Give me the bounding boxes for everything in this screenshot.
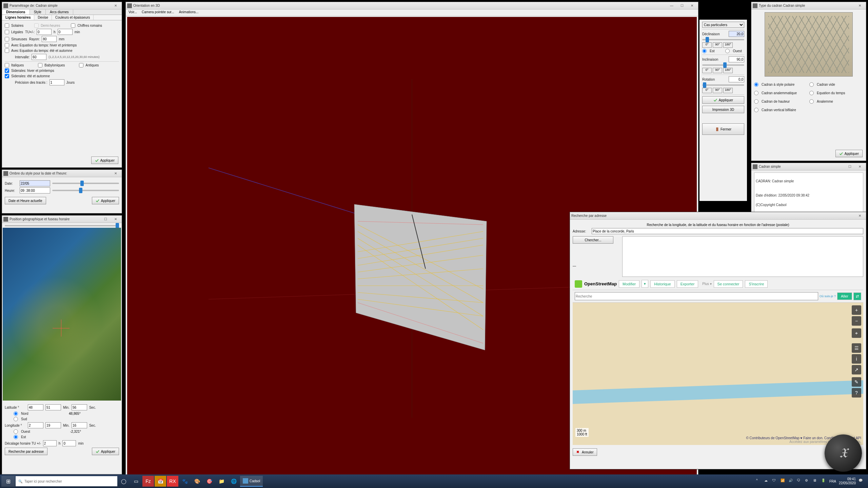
input-lon-deg[interactable] [28,422,43,428]
apply-button[interactable]: Appliquer [92,448,119,455]
radio-analemme[interactable] [809,99,814,104]
app-icon-6[interactable]: 🎯 [203,476,215,487]
btn-180b[interactable]: 180° [723,68,733,73]
close-button[interactable]: ✕ [855,213,865,219]
chk-legales[interactable] [5,30,9,34]
chk-antiques[interactable] [79,63,83,67]
chk-italiques[interactable] [5,63,9,67]
btn-0b[interactable]: 0° [702,68,712,73]
tab-arcs[interactable]: Arcs diurnes [46,9,73,15]
titlebar-param[interactable]: Paramétrage de: Cadran simple ✕ [2,2,122,9]
titlebar-3d[interactable]: Orientation en 3D — ☐ ✕ [126,2,698,9]
now-button[interactable]: Date et Heure actuelle [5,197,46,204]
notes-button[interactable]: ✎ [852,377,861,387]
btn-180[interactable]: 180° [723,42,733,48]
zoom-in-button[interactable]: + [852,305,861,315]
apply-button[interactable]: Appliquer [91,157,118,164]
key-button[interactable]: i [852,354,861,364]
input-rot[interactable] [729,76,744,82]
input-date[interactable] [20,180,50,186]
radio-ouest[interactable] [14,429,18,434]
tray-icon[interactable]: 🔊 [789,479,794,484]
close-button[interactable]: ✕ [855,164,865,170]
share-button[interactable]: ↗ [852,365,861,374]
locate-button[interactable]: ⌖ [852,328,861,338]
btn-90b[interactable]: 90° [713,68,722,73]
app-icon-1[interactable]: Fz [142,476,154,487]
radio-vide[interactable] [809,82,814,87]
maximize-button[interactable]: ☐ [677,3,687,9]
input-rayon[interactable] [42,36,57,42]
chk-sid1[interactable] [5,68,9,73]
maximize-button[interactable]: ☐ [101,216,110,222]
taskbar-search[interactable]: 🔍 Taper ici pour rechercher [16,476,117,486]
slider-decl[interactable] [706,37,709,42]
radio-analemmatique[interactable] [754,91,758,95]
titlebar-info[interactable]: Cadran simple ☐ ✕ [751,163,866,170]
close-button[interactable]: ✕ [111,170,120,177]
subtab-couleurs[interactable]: Couleurs et épaisseurs [52,15,94,20]
menu-camera[interactable]: Camera pointée sur... [142,10,174,15]
explorer-icon[interactable]: 📁 [216,476,227,487]
tray-icon[interactable]: 🖥 [813,479,818,484]
cancel-button[interactable]: ✖Annuler [573,448,597,456]
btn-0c[interactable]: 0° [702,88,712,93]
slider-rot[interactable] [703,82,706,88]
close-button[interactable]: ✕ [111,3,120,9]
input-lat-min[interactable] [45,404,61,410]
input-tz-m[interactable] [62,440,76,446]
radio-est[interactable] [14,435,18,439]
radio-nord[interactable] [14,411,18,416]
input-decl[interactable] [729,31,744,37]
input-heure[interactable] [20,187,50,194]
query-button[interactable]: ? [852,388,861,398]
radio-sud[interactable] [14,417,18,421]
app-icon-5[interactable]: 🎨 [191,476,203,487]
close-button[interactable]: ✕ [855,3,865,9]
osm-exporter[interactable]: Exporter [677,280,698,288]
input-lat-sec[interactable] [72,404,87,410]
radio-hauteur[interactable] [754,99,758,104]
start-button[interactable]: ⊞ [1,476,15,487]
tray-clock[interactable]: 09:41 22/05/2020 [839,477,856,485]
slider-incl[interactable] [723,62,727,68]
osm-modifier[interactable]: Modifier [619,280,639,288]
input-lon-sec[interactable] [72,422,87,428]
chk-romains[interactable] [71,23,75,28]
map-europe[interactable] [3,228,121,401]
radio-polaire[interactable] [754,82,758,87]
osm-historique[interactable]: Historique [650,280,675,288]
osm-whereami[interactable]: Où suis-je ? [820,294,836,298]
btn-90c[interactable]: 90° [713,88,722,93]
print3d-button[interactable]: Impression 3D [702,106,744,113]
input-tz-h[interactable] [43,440,57,446]
select-mode[interactable]: Cas particuliers [702,22,744,28]
subtab-lignes[interactable]: Lignes horaires [2,15,34,20]
close-button[interactable]: 🚪Fermer [702,123,744,135]
taskbar-app-cadsol[interactable]: Cadsol [240,476,263,487]
input-tu-h[interactable] [37,29,52,35]
titlebar-geo[interactable]: Position géographique et fuseau horaire … [2,216,122,223]
radio-ouest2[interactable] [725,49,730,53]
taskview-icon[interactable]: ▭ [130,476,142,487]
app-icon-4[interactable]: 🐾 [179,476,191,487]
slider-heure[interactable] [79,188,82,193]
btn-180c[interactable]: 180° [723,88,733,93]
tab-style[interactable]: Style [30,9,46,15]
close-button[interactable]: ✕ [687,3,697,9]
search-address-button[interactable]: Recherche par adresse [5,448,47,455]
input-lon-min[interactable] [45,422,61,428]
search-button[interactable]: Chercher... [573,236,613,244]
tray-icon[interactable]: 🗨 [797,479,802,484]
osm-signup[interactable]: S'inscrire [745,280,768,288]
results-list[interactable] [622,236,863,277]
chk-sinueuses[interactable] [5,37,9,41]
tray-icon[interactable]: 📶 [781,479,786,484]
osm-dropdown[interactable]: ▾ [642,280,648,288]
chrome-icon[interactable]: 🌐 [228,476,239,487]
tray-icon[interactable]: ☁ [764,479,770,484]
input-address[interactable] [592,228,863,234]
cortana-icon[interactable]: ◯ [118,476,130,487]
input-tu-m[interactable] [58,29,73,35]
tray-lang[interactable]: FRA [829,480,836,483]
